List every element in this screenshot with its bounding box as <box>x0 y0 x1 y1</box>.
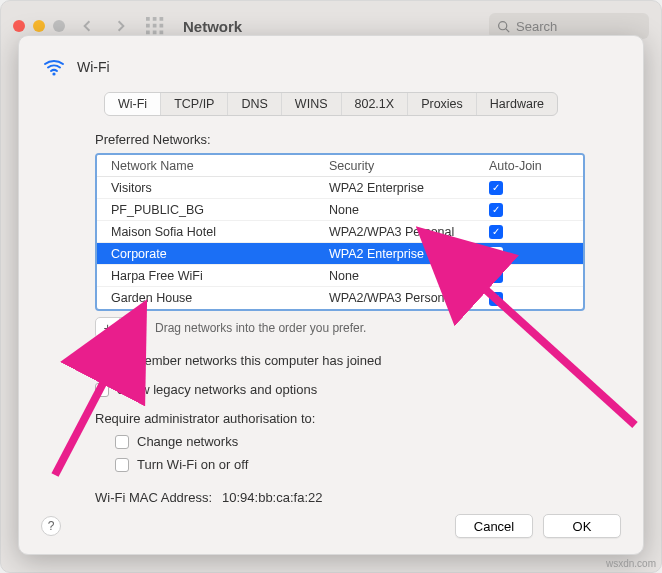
window-title: Network <box>183 18 242 35</box>
sheet-title: Wi-Fi <box>77 59 110 75</box>
svg-rect-8 <box>160 31 164 35</box>
cell-auto-join[interactable]: ✓ <box>489 224 559 239</box>
cell-auto-join[interactable]: ✓ <box>489 268 559 283</box>
wifi-icon <box>41 54 67 80</box>
cell-security: None <box>329 203 489 217</box>
tab-bar: Wi-FiTCP/IPDNSWINS802.1XProxiesHardware <box>104 92 558 116</box>
cell-network-name: PF_PUBLIC_BG <box>111 203 329 217</box>
svg-rect-4 <box>153 24 157 28</box>
help-button[interactable]: ? <box>41 516 61 536</box>
cell-security: WPA2 Enterprise <box>329 247 489 261</box>
tab-wins[interactable]: WINS <box>282 93 342 115</box>
tab-hardware[interactable]: Hardware <box>477 93 557 115</box>
cell-network-name: Harpa Free WiFi <box>111 269 329 283</box>
zoom-icon[interactable] <box>53 20 65 32</box>
col-network-name[interactable]: Network Name <box>111 159 329 173</box>
svg-rect-1 <box>153 17 157 21</box>
admin-option[interactable]: Turn Wi-Fi on or off <box>115 457 585 472</box>
drag-hint: Drag networks into the order you prefer. <box>155 321 366 335</box>
admin-auth-label: Require administrator authorisation to: <box>95 411 585 426</box>
autojoin-checkbox[interactable]: ✓ <box>489 292 503 306</box>
cell-auto-join[interactable]: ✓ <box>489 202 559 217</box>
remove-network-button[interactable]: − <box>120 318 144 338</box>
cell-network-name: Corporate <box>111 247 329 261</box>
legacy-networks-option[interactable]: Show legacy networks and options <box>95 382 585 397</box>
remember-checkbox[interactable]: ✓ <box>95 354 109 368</box>
svg-line-10 <box>506 28 509 31</box>
search-icon <box>497 20 510 33</box>
close-icon[interactable] <box>13 20 25 32</box>
cell-auto-join[interactable]: ✓ <box>489 291 559 306</box>
preferred-networks-label: Preferred Networks: <box>95 132 585 147</box>
admin-checkbox[interactable] <box>115 435 129 449</box>
cell-security: WPA2 Enterprise <box>329 181 489 195</box>
watermark: wsxdn.com <box>606 558 656 569</box>
table-row[interactable]: Garden HouseWPA2/WPA3 Personal✓ <box>97 287 583 309</box>
legacy-checkbox[interactable] <box>95 383 109 397</box>
cell-security: None <box>329 269 489 283</box>
minimize-icon[interactable] <box>33 20 45 32</box>
cell-security: WPA2/WPA3 Personal <box>329 291 489 305</box>
admin-option[interactable]: Change networks <box>115 434 585 449</box>
ok-button[interactable]: OK <box>543 514 621 538</box>
admin-option-label: Change networks <box>137 434 238 449</box>
cancel-button[interactable]: Cancel <box>455 514 533 538</box>
svg-point-9 <box>499 21 507 29</box>
cell-network-name: Garden House <box>111 291 329 305</box>
svg-point-11 <box>52 72 55 75</box>
mac-address-label: Wi-Fi MAC Address: <box>95 490 212 504</box>
table-row[interactable]: CorporateWPA2 Enterprise✓ <box>97 243 583 265</box>
cell-network-name: Maison Sofia Hotel <box>111 225 329 239</box>
preferred-networks-table[interactable]: Network Name Security Auto-Join Visitors… <box>95 153 585 311</box>
autojoin-checkbox[interactable]: ✓ <box>489 225 503 239</box>
svg-rect-6 <box>146 31 150 35</box>
autojoin-checkbox[interactable]: ✓ <box>489 181 503 195</box>
table-header: Network Name Security Auto-Join <box>97 155 583 177</box>
cell-auto-join[interactable]: ✓ <box>489 246 559 261</box>
col-auto-join[interactable]: Auto-Join <box>489 159 559 173</box>
admin-checkbox[interactable] <box>115 458 129 472</box>
svg-rect-3 <box>146 24 150 28</box>
autojoin-checkbox[interactable]: ✓ <box>489 247 503 261</box>
cell-network-name: Visitors <box>111 181 329 195</box>
admin-option-label: Turn Wi-Fi on or off <box>137 457 248 472</box>
add-network-button[interactable]: + <box>96 318 120 338</box>
tab-wi-fi[interactable]: Wi-Fi <box>105 93 161 115</box>
tab-802-1x[interactable]: 802.1X <box>342 93 409 115</box>
svg-rect-2 <box>160 17 164 21</box>
legacy-label: Show legacy networks and options <box>117 382 317 397</box>
table-row[interactable]: Harpa Free WiFiNone✓ <box>97 265 583 287</box>
svg-rect-5 <box>160 24 164 28</box>
remember-label: Remember networks this computer has join… <box>117 353 381 368</box>
table-row[interactable]: PF_PUBLIC_BGNone✓ <box>97 199 583 221</box>
remember-networks-option[interactable]: ✓ Remember networks this computer has jo… <box>95 353 585 368</box>
traffic-lights[interactable] <box>13 20 65 32</box>
add-remove-buttons: + − <box>95 317 145 339</box>
search-placeholder: Search <box>516 19 557 34</box>
cell-security: WPA2/WPA3 Personal <box>329 225 489 239</box>
svg-rect-7 <box>153 31 157 35</box>
wifi-advanced-sheet: Wi-Fi Wi-FiTCP/IPDNSWINS802.1XProxiesHar… <box>18 35 644 555</box>
tab-tcp-ip[interactable]: TCP/IP <box>161 93 228 115</box>
autojoin-checkbox[interactable]: ✓ <box>489 203 503 217</box>
mac-address-value: 10:94:bb:ca:fa:22 <box>222 490 322 504</box>
tab-proxies[interactable]: Proxies <box>408 93 477 115</box>
svg-rect-0 <box>146 17 150 21</box>
tab-dns[interactable]: DNS <box>228 93 281 115</box>
cell-auto-join[interactable]: ✓ <box>489 180 559 195</box>
table-row[interactable]: Maison Sofia HotelWPA2/WPA3 Personal✓ <box>97 221 583 243</box>
col-security[interactable]: Security <box>329 159 489 173</box>
autojoin-checkbox[interactable]: ✓ <box>489 269 503 283</box>
table-row[interactable]: VisitorsWPA2 Enterprise✓ <box>97 177 583 199</box>
